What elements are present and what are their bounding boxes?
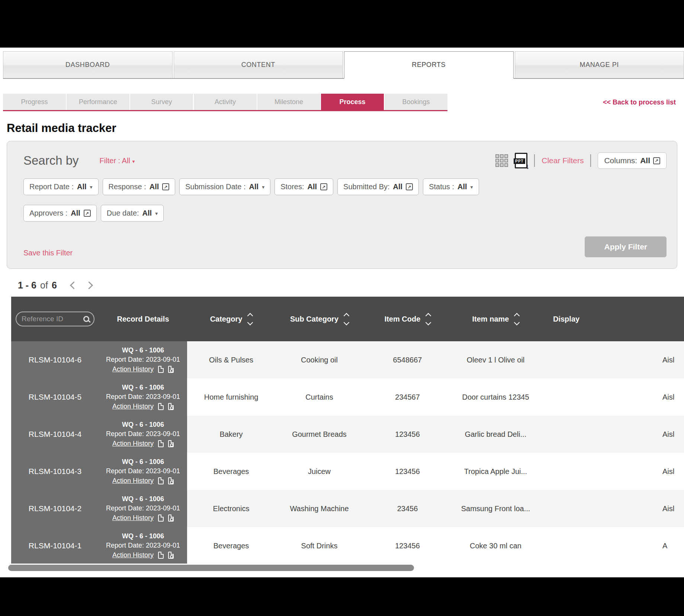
sort-up-icon [514,313,520,319]
action-history-link[interactable]: Action History [112,513,154,523]
save-this-filter-link[interactable]: Save this Filter [23,249,73,257]
subtab-process[interactable]: Process [321,94,384,110]
subtab-performance[interactable]: Performance [67,94,129,110]
grid-view-icon[interactable] [495,154,508,167]
action-history-link[interactable]: Action History [112,365,154,374]
popup-icon [320,183,327,190]
filter-chip-report-date[interactable]: Report Date : All [23,178,99,195]
tab-reports[interactable]: REPORTS [344,51,514,79]
filter-chip-due-date[interactable]: Due date: All [101,205,164,222]
caret-down-icon [132,158,135,164]
sort-icons[interactable] [344,314,349,325]
item-name-cell: Oleev 1 l Olive oil [452,341,540,378]
category-cell: Beverages [187,527,275,564]
document-icon[interactable] [158,477,164,484]
ppt-icon-label: PPT [514,158,525,164]
sub-category-cell: Curtains [275,378,363,416]
filter-chip-submission-date[interactable]: Submission Date : All [179,178,270,195]
action-history-link[interactable]: Action History [112,551,154,560]
record-actions: Action History [112,513,174,523]
filter-chip-response[interactable]: Response : All [103,178,176,195]
record-actions: Action History [112,551,174,560]
prev-page-icon[interactable] [70,281,78,289]
action-history-link[interactable]: Action History [112,476,154,486]
reference-id-cell: RLSM-10104-4 [11,416,99,453]
main-tab-bar: DASHBOARD CONTENT REPORTS MANAGE PI [3,51,684,79]
sort-up-icon [247,313,253,319]
next-page-icon[interactable] [85,281,93,289]
subtab-survey[interactable]: Survey [130,94,193,110]
document-icon[interactable] [158,552,164,559]
sort-up-icon [344,313,350,319]
reference-id-cell: RLSM-10104-2 [11,490,99,527]
chip-value: All [249,183,259,191]
subtab-activity[interactable]: Activity [194,94,257,110]
divider [534,154,535,167]
filter-chip-stores[interactable]: Stores: All [274,178,333,195]
display-cell: Aisl [540,416,684,453]
tab-manage-pi[interactable]: MANAGE PI [515,51,684,78]
document-search-icon[interactable] [168,440,174,447]
record-report-date: Report Date: 2023-09-01 [106,467,180,476]
chip-value: All [457,183,467,191]
subtab-bookings[interactable]: Bookings [385,94,447,110]
action-history-link[interactable]: Action History [112,439,154,448]
filter-chip-status[interactable]: Status : All [423,178,479,195]
apply-filter-button[interactable]: Apply Filter [585,236,667,257]
chip-label: Report Date : [29,183,74,191]
filter-all-dropdown[interactable]: Filter : All [100,157,135,165]
pagination-of: of [40,280,48,291]
page: DASHBOARD CONTENT REPORTS MANAGE PI Prog… [0,48,684,577]
category-cell: Home furnishing [187,378,275,416]
filter-chips-row-1: Report Date : All Response : All Submiss… [23,178,667,195]
columns-value: All [640,156,650,165]
record-report-date: Report Date: 2023-09-01 [106,355,180,364]
column-label: Category [210,315,243,323]
popup-icon [162,183,169,190]
sort-icons[interactable] [515,314,519,325]
document-search-icon[interactable] [168,515,174,522]
action-history-link[interactable]: Action History [112,402,154,411]
reference-id-cell: RLSM-10104-1 [11,527,99,564]
clear-filters-link[interactable]: Clear Filters [542,156,584,165]
chip-label: Response : [109,183,146,191]
sort-icons[interactable] [248,314,252,325]
horizontal-scrollbar[interactable] [8,565,414,571]
document-search-icon[interactable] [168,403,174,410]
sort-icons[interactable] [426,314,430,325]
filter-panel-footer: Save this Filter Apply Filter [23,236,667,257]
top-black-bar [0,0,684,48]
tab-content[interactable]: CONTENT [174,51,343,78]
column-header-record-details: Record Details [99,315,187,323]
reference-id-input[interactable] [22,315,83,323]
document-search-icon[interactable] [168,552,174,559]
search-icon[interactable] [83,316,89,322]
subtab-milestone[interactable]: Milestone [257,94,320,110]
reference-id-search[interactable] [16,312,94,326]
sub-category-cell: Juicew [275,453,363,490]
item-code-cell: 123456 [363,416,452,453]
column-label: Display [553,315,579,323]
document-search-icon[interactable] [168,366,174,373]
tab-dashboard[interactable]: DASHBOARD [3,51,173,78]
chip-label: Due date: [107,209,139,217]
document-icon[interactable] [158,440,164,447]
filter-chip-submitted-by[interactable]: Submitted By: All [337,178,419,195]
subtab-progress[interactable]: Progress [3,94,66,110]
filter-chip-approvers[interactable]: Approvers : All [23,205,97,222]
display-cell: Aisl [540,341,684,378]
ppt-download-icon[interactable]: PPT ↓ [515,153,527,168]
back-to-process-list-link[interactable]: << Back to process list [603,99,676,106]
chip-value: All [393,183,403,191]
columns-button[interactable]: Columns: All [598,152,667,169]
caret-down-icon [262,184,264,190]
sort-up-icon [426,313,431,319]
download-arrow-icon: ↓ [526,162,529,170]
document-icon[interactable] [158,403,164,410]
results-table: Record Details Category Sub Category Ite… [11,297,684,564]
record-details-cell: WQ - 6 - 1006 Report Date: 2023-09-01 Ac… [99,527,187,564]
document-icon[interactable] [158,515,164,522]
document-icon[interactable] [158,366,164,373]
document-search-icon[interactable] [168,477,174,484]
chip-value: All [308,183,317,191]
